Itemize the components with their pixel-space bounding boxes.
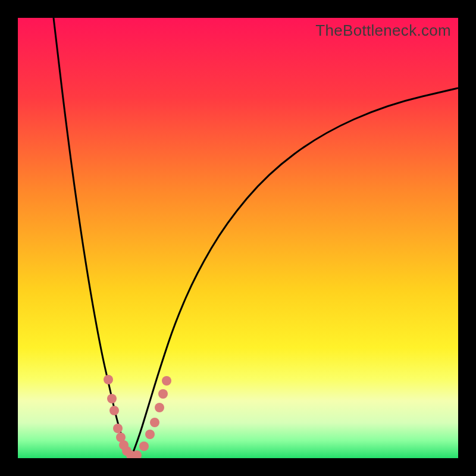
sample-dot bbox=[107, 394, 117, 403]
left-curve bbox=[54, 18, 131, 458]
plot-area: TheBottleneck.com bbox=[18, 18, 458, 458]
sample-dot bbox=[113, 424, 123, 433]
sample-dot bbox=[150, 418, 159, 427]
sample-dot bbox=[139, 441, 149, 451]
sample-dots bbox=[104, 375, 171, 458]
curves-layer bbox=[18, 18, 458, 458]
sample-dot bbox=[109, 406, 119, 415]
right-curve bbox=[131, 88, 458, 458]
sample-dot bbox=[162, 376, 171, 386]
chart-frame: TheBottleneck.com bbox=[0, 0, 476, 476]
sample-dot bbox=[145, 430, 155, 439]
sample-dot bbox=[158, 389, 168, 399]
sample-dot bbox=[104, 375, 113, 384]
sample-dot bbox=[155, 403, 164, 412]
